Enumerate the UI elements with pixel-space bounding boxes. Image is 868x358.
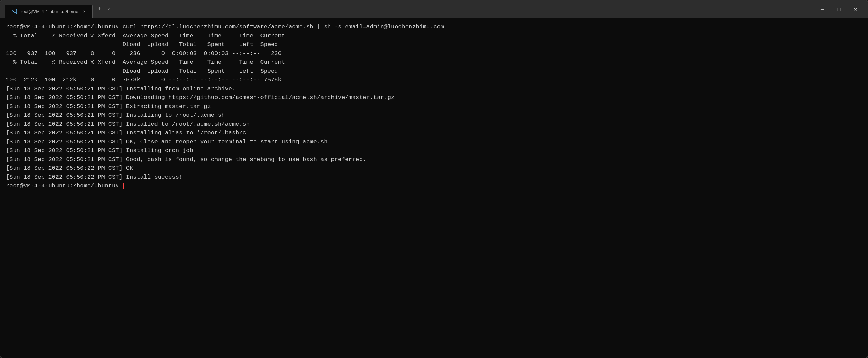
new-tab-button[interactable]: + (94, 4, 105, 14)
maximize-button[interactable]: □ (831, 4, 847, 15)
terminal-line: root@VM-4-4-ubuntu:/home/ubuntu# curl ht… (6, 23, 862, 32)
terminal-line: Dload Upload Total Spent Left Speed (6, 40, 862, 49)
minimize-button[interactable]: ─ (814, 4, 830, 15)
active-tab[interactable]: root@VM-4-4-ubuntu: /home ✕ (5, 5, 93, 18)
close-button[interactable]: ✕ (848, 4, 863, 15)
cursor (123, 183, 124, 189)
terminal-line: [Sun 18 Sep 2022 05:50:21 PM CST] Instal… (6, 120, 862, 129)
terminal-line: [Sun 18 Sep 2022 05:50:21 PM CST] Extrac… (6, 102, 862, 111)
window-controls: ─ □ ✕ (814, 4, 863, 15)
titlebar: root@VM-4-4-ubuntu: /home ✕ + ∨ ─ □ ✕ (0, 0, 868, 18)
terminal-line: 100 937 100 937 0 0 236 0 0:00:03 0:00:0… (6, 49, 862, 58)
terminal-line: % Total % Received % Xferd Average Speed… (6, 32, 862, 41)
terminal-line: 100 212k 100 212k 0 0 7578k 0 --:--:-- -… (6, 75, 862, 84)
terminal-line: [Sun 18 Sep 2022 05:50:21 PM CST] Downlo… (6, 93, 862, 102)
svg-rect-0 (11, 9, 17, 14)
terminal-line: [Sun 18 Sep 2022 05:50:21 PM CST] Instal… (6, 128, 862, 137)
terminal-window: root@VM-4-4-ubuntu: /home ✕ + ∨ ─ □ ✕ ro… (0, 0, 868, 358)
terminal-icon (10, 8, 17, 15)
tab-dropdown-button[interactable]: ∨ (105, 5, 113, 13)
tab-close-button[interactable]: ✕ (82, 8, 87, 15)
terminal-line: [Sun 18 Sep 2022 05:50:21 PM CST] Instal… (6, 111, 862, 120)
terminal-line: [Sun 18 Sep 2022 05:50:21 PM CST] OK, Cl… (6, 137, 862, 146)
terminal-line: [Sun 18 Sep 2022 05:50:21 PM CST] Good, … (6, 155, 862, 164)
terminal-prompt-line: root@VM-4-4-ubuntu:/home/ubuntu# (6, 181, 862, 190)
terminal-line: [Sun 18 Sep 2022 05:50:22 PM CST] Instal… (6, 173, 862, 182)
terminal-line: [Sun 18 Sep 2022 05:50:22 PM CST] OK (6, 164, 862, 173)
terminal-line: [Sun 18 Sep 2022 05:50:21 PM CST] Instal… (6, 84, 862, 93)
tab-title: root@VM-4-4-ubuntu: /home (21, 9, 78, 14)
terminal-line: Dload Upload Total Spent Left Speed (6, 67, 862, 76)
tab-bar: root@VM-4-4-ubuntu: /home ✕ + ∨ (5, 2, 814, 16)
terminal-output[interactable]: root@VM-4-4-ubuntu:/home/ubuntu# curl ht… (0, 18, 868, 358)
terminal-line: % Total % Received % Xferd Average Speed… (6, 58, 862, 67)
terminal-line: [Sun 18 Sep 2022 05:50:21 PM CST] Instal… (6, 146, 862, 155)
